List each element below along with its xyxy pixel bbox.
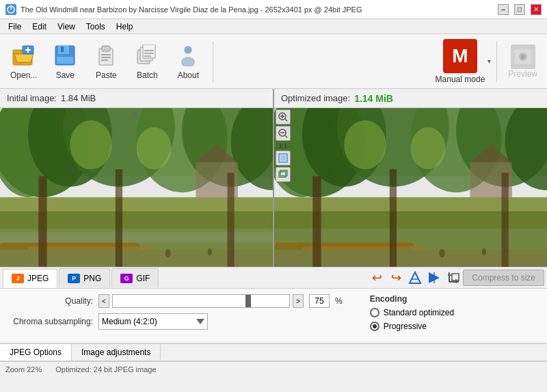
- optimized-image-container[interactable]: [274, 108, 547, 267]
- menu-view[interactable]: View: [52, 21, 81, 33]
- about-icon: [176, 43, 200, 68]
- orig-button[interactable]: [276, 167, 291, 182]
- svg-point-51: [208, 248, 212, 255]
- menu-file[interactable]: File: [3, 21, 27, 33]
- manual-mode-icon: M: [443, 39, 477, 73]
- quality-slider[interactable]: [112, 294, 290, 308]
- gif-icon: G: [120, 274, 133, 283]
- png-icon: P: [68, 274, 80, 283]
- png-tab-label: PNG: [83, 274, 101, 283]
- svg-rect-81: [502, 173, 509, 267]
- zoom-ratio-label: 1:1: [276, 142, 291, 149]
- quality-percent: %: [335, 296, 343, 306]
- standard-radio-label: Standard optimized: [384, 308, 454, 317]
- close-button[interactable]: ✕: [531, 4, 542, 15]
- app-icon: [5, 4, 16, 15]
- quality-increase-button[interactable]: >: [293, 294, 304, 308]
- compress-to-size-button[interactable]: Compress to size: [463, 270, 544, 286]
- quality-label: Quality:: [11, 296, 93, 306]
- svg-rect-10: [57, 57, 73, 64]
- chroma-select[interactable]: Medium (4:2:0)High (4:4:4)Low (4:1:1): [98, 313, 208, 330]
- svg-rect-9: [61, 47, 64, 52]
- cursor: ↖: [131, 108, 142, 123]
- zoom-in-button[interactable]: [276, 109, 291, 125]
- optimized-painting: [274, 108, 547, 267]
- svg-rect-80: [390, 169, 397, 267]
- initial-image-label: Initial image:: [7, 93, 57, 103]
- status-bar: Zoom 22% Optimized: 24 bit JPEG image: [0, 361, 547, 376]
- svg-rect-47: [228, 173, 235, 267]
- batch-icon: [135, 43, 159, 68]
- fit-button[interactable]: [276, 151, 291, 166]
- initial-image-panel: Initial image: 1.84 MiB: [0, 89, 274, 267]
- save-button[interactable]: Save: [46, 38, 84, 85]
- jpeg-icon: J: [12, 274, 24, 283]
- svg-rect-60: [280, 155, 286, 161]
- quality-slider-container: < >: [98, 294, 304, 308]
- svg-point-83: [411, 127, 446, 169]
- svg-rect-3: [13, 50, 23, 54]
- open-label: Open...: [10, 70, 37, 80]
- color-adjust-icon[interactable]: [407, 270, 423, 286]
- svg-rect-19: [144, 50, 154, 51]
- paste-label: Paste: [96, 70, 117, 80]
- initial-image-container[interactable]: [0, 108, 273, 267]
- initial-painting: [0, 108, 273, 267]
- menu-tools[interactable]: Tools: [81, 21, 111, 33]
- manual-mode-dropdown[interactable]: ▾: [488, 57, 491, 65]
- optimized-image-size: 1.14 MiB: [354, 93, 393, 104]
- manual-mode-label: Manual mode: [436, 75, 485, 84]
- chroma-label: Chroma subsampling:: [11, 317, 93, 326]
- undo-button[interactable]: ↩: [369, 270, 385, 286]
- paste-icon: [94, 43, 118, 68]
- menu-help[interactable]: Help: [111, 21, 139, 33]
- preview-icon: [511, 44, 535, 69]
- initial-image-label-bar: Initial image: 1.84 MiB: [0, 89, 273, 108]
- standard-radio-button[interactable]: [370, 308, 379, 317]
- svg-rect-20: [144, 53, 154, 54]
- tab-jpeg-options[interactable]: JPEG Options: [0, 344, 72, 361]
- progressive-radio-button[interactable]: [370, 322, 379, 331]
- title-bar-controls: – □ ✕: [498, 4, 542, 15]
- svg-point-84: [439, 249, 444, 257]
- redo-button[interactable]: ↪: [388, 270, 404, 286]
- tab-image-adjustments[interactable]: Image adjustments: [72, 344, 161, 361]
- tab-gif[interactable]: G GIF: [111, 268, 159, 287]
- about-button[interactable]: About: [169, 38, 207, 85]
- svg-rect-79: [312, 177, 321, 267]
- progressive-radio[interactable]: Progressive: [370, 322, 454, 331]
- crop-icon[interactable]: [445, 270, 462, 286]
- svg-rect-21: [144, 55, 151, 57]
- preview-button[interactable]: Preview: [503, 42, 543, 81]
- tab-png[interactable]: P PNG: [59, 268, 110, 287]
- svg-point-49: [137, 127, 172, 169]
- trim-icon[interactable]: [426, 270, 442, 286]
- zoom-out-button[interactable]: [276, 126, 291, 141]
- quality-slider-thumb[interactable]: [245, 295, 251, 307]
- menu-edit[interactable]: Edit: [27, 21, 52, 33]
- standard-radio[interactable]: Standard optimized: [370, 308, 454, 317]
- svg-marker-86: [410, 272, 421, 283]
- svg-point-85: [482, 248, 486, 255]
- svg-rect-13: [101, 54, 111, 55]
- open-icon: [12, 43, 36, 68]
- paste-button[interactable]: Paste: [87, 38, 125, 85]
- format-tabs: J JPEG P PNG G GIF ↩ ↪: [0, 267, 547, 289]
- jpeg-tab-label: JPEG: [27, 274, 49, 283]
- quality-decrease-button[interactable]: <: [98, 294, 109, 308]
- gif-tab-label: GIF: [136, 274, 150, 283]
- tab-jpeg[interactable]: J JPEG: [3, 269, 57, 288]
- svg-rect-15: [101, 60, 108, 61]
- open-button[interactable]: Open...: [4, 38, 43, 85]
- maximize-button[interactable]: □: [514, 4, 525, 15]
- svg-rect-92: [452, 274, 459, 280]
- manual-mode-button[interactable]: M Manual mode: [436, 39, 485, 84]
- minimize-button[interactable]: –: [498, 4, 509, 15]
- svg-line-58: [285, 135, 287, 138]
- quality-value[interactable]: 75: [309, 294, 330, 308]
- batch-button[interactable]: Batch: [128, 38, 166, 85]
- zoom-status: Zoom 22%: [5, 365, 42, 374]
- title-bar: The Old Windmill near Barbizon by Narcis…: [0, 0, 547, 19]
- toolbar-separator-2: [496, 41, 497, 82]
- optimized-image-label: Optimized image:: [281, 93, 350, 103]
